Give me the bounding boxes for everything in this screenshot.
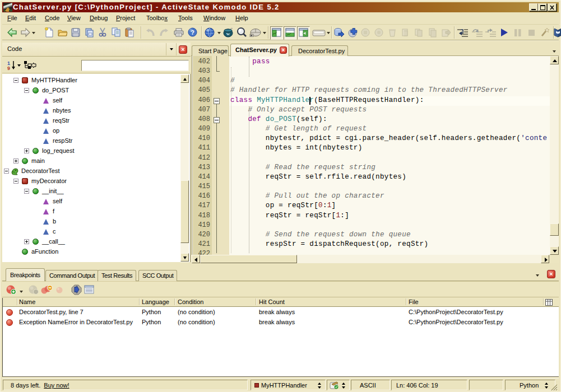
- svg-text:w: w: [226, 31, 230, 36]
- svg-text:9: 9: [7, 66, 10, 71]
- svg-text:?: ?: [191, 29, 194, 36]
